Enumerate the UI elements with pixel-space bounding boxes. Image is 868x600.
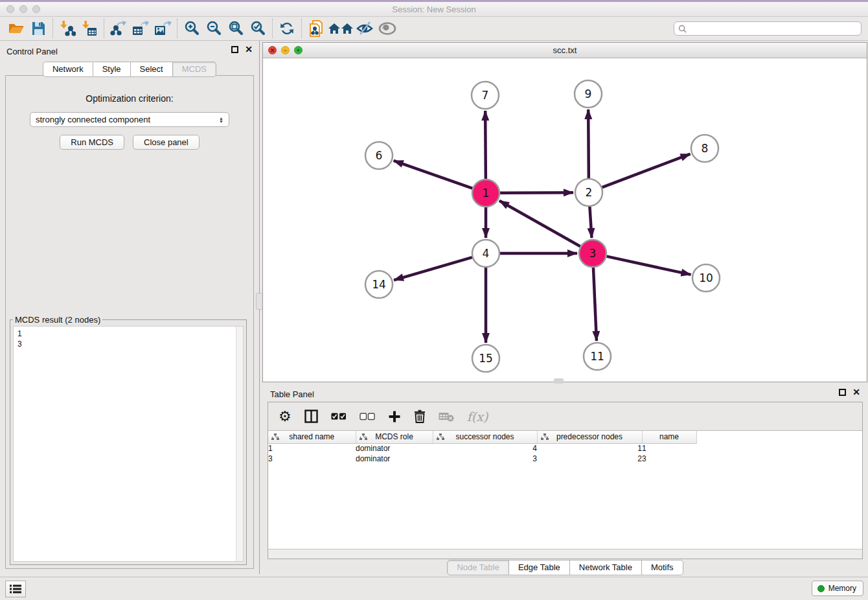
cell-shared-name[interactable]: 3	[268, 454, 356, 464]
split-columns-button[interactable]	[304, 410, 318, 423]
float-panel-icon[interactable]	[231, 46, 238, 53]
deselect-all-columns-button[interactable]	[360, 413, 375, 421]
hide-graphics-details-button[interactable]	[354, 19, 376, 38]
graph-edge-1-2[interactable]	[500, 192, 573, 193]
select-all-columns-button[interactable]	[331, 413, 347, 421]
graph-edge-2-9[interactable]	[588, 110, 589, 178]
graph-node-14[interactable]: 14	[365, 271, 393, 298]
zoom-selected-button[interactable]	[247, 19, 269, 38]
apply-layout-button[interactable]	[276, 19, 298, 38]
cell-name[interactable]: 3	[642, 454, 696, 464]
import-network-button[interactable]	[56, 19, 78, 38]
tab-mcds[interactable]: MCDS	[173, 62, 216, 77]
tab-select[interactable]: Select	[131, 62, 173, 77]
add-row-button[interactable]	[388, 410, 401, 423]
table-float-panel-icon[interactable]	[839, 389, 846, 396]
criterion-dropdown[interactable]: strongly connected component ▲▼	[30, 112, 229, 127]
delete-row-button[interactable]	[414, 410, 426, 423]
cell-successor-nodes[interactable]: 4	[433, 443, 537, 454]
function-builder-button[interactable]: f(x)	[467, 410, 488, 424]
export-network-button[interactable]	[108, 19, 130, 38]
node-table[interactable]: shared name MCDS role successor nodes pr…	[268, 431, 697, 464]
table-header-row: shared name MCDS role successor nodes pr…	[268, 431, 696, 443]
tab-style[interactable]: Style	[93, 62, 131, 77]
table-panel: Table Panel ✕ ⚙	[262, 386, 868, 575]
close-panel-button[interactable]: Close panel	[133, 135, 200, 150]
control-panel-header: Control Panel ✕	[0, 41, 259, 60]
export-table-button[interactable]	[130, 19, 152, 38]
open-folder-icon	[8, 21, 25, 36]
graph-edge-2-8[interactable]	[602, 154, 691, 188]
column-header-name[interactable]: name	[642, 431, 696, 443]
table-options-button[interactable]: ⚙	[279, 410, 291, 423]
graph-node-6[interactable]: 6	[365, 142, 393, 169]
column-header-mcds-role[interactable]: MCDS role	[356, 431, 433, 443]
memory-button[interactable]: Memory	[812, 581, 863, 596]
graph-node-2[interactable]: 2	[575, 179, 602, 206]
toolbar-separator	[301, 19, 302, 38]
birds-eye-view-button[interactable]	[376, 19, 398, 38]
graph-node-10[interactable]: 10	[692, 264, 720, 292]
graph-node-11[interactable]: 11	[584, 343, 611, 370]
graph-edge-3-10[interactable]	[606, 257, 691, 275]
import-table-button[interactable]	[78, 19, 100, 38]
column-header-successor-nodes[interactable]: successor nodes	[433, 431, 537, 443]
graph-node-1[interactable]: 1	[472, 179, 499, 207]
graph-node-9[interactable]: 9	[575, 80, 602, 108]
cell-mcds-role[interactable]: dominator	[356, 454, 433, 464]
zoom-fit-button[interactable]	[225, 19, 247, 38]
graph-edge-1-6[interactable]	[394, 161, 473, 189]
graph-node-15[interactable]: 15	[472, 345, 499, 372]
cell-mcds-role[interactable]: dominator	[356, 443, 433, 454]
result-scrollbar[interactable]	[236, 327, 243, 561]
mcds-result-textarea[interactable]: 1 3	[13, 326, 244, 562]
cell-predecessor-nodes[interactable]: 2	[537, 454, 642, 464]
column-header-predecessor-nodes[interactable]: predecessor nodes	[537, 431, 642, 443]
tab-network[interactable]: Network	[43, 62, 93, 77]
task-history-button[interactable]	[5, 581, 26, 597]
table-close-panel-icon[interactable]: ✕	[852, 389, 860, 396]
save-session-button[interactable]	[27, 19, 49, 38]
zoom-in-button[interactable]	[181, 19, 203, 38]
toolbar-separator	[177, 19, 177, 38]
delete-table-button[interactable]	[439, 411, 454, 422]
tab-motifs[interactable]: Motifs	[642, 560, 683, 575]
clone-network-button[interactable]	[305, 19, 327, 38]
graph-edge-3-1[interactable]	[499, 201, 580, 246]
graph-node-3[interactable]: 3	[579, 240, 606, 267]
run-mcds-button[interactable]: Run MCDS	[60, 135, 124, 150]
graph-edge-2-3[interactable]	[589, 207, 591, 238]
first-neighbors-button[interactable]	[327, 19, 354, 38]
graph-node-4[interactable]: 4	[472, 240, 499, 267]
network-window-titlebar[interactable]: ✕ − + scc.txt	[263, 43, 867, 58]
cell-successor-nodes[interactable]: 3	[433, 454, 537, 464]
table-row[interactable]: 1 dominator 4 1 1	[268, 443, 696, 454]
zoom-out-button[interactable]	[203, 19, 225, 38]
open-session-button[interactable]	[5, 19, 27, 38]
graph-node-8[interactable]: 8	[691, 135, 718, 162]
memory-status-icon	[817, 585, 825, 592]
horizontal-split-handle[interactable]	[554, 378, 564, 384]
network-graph[interactable]: 7968124314101511	[263, 58, 867, 382]
node-label: 11	[590, 350, 604, 363]
node-label: 1	[483, 187, 490, 200]
search-input[interactable]	[689, 24, 857, 33]
graph-node-7[interactable]: 7	[472, 82, 499, 109]
column-header-shared-name[interactable]: shared name	[268, 431, 356, 443]
graph-edge-3-11[interactable]	[593, 268, 597, 341]
graph-edge-1-7[interactable]	[485, 111, 486, 179]
tab-node-table[interactable]: Node Table	[447, 560, 509, 575]
tab-network-table[interactable]: Network Table	[570, 560, 642, 575]
graph-edge-4-14[interactable]	[394, 257, 472, 280]
export-image-button[interactable]	[152, 19, 174, 38]
search-field[interactable]	[674, 21, 862, 36]
table-row[interactable]: 3 dominator 3 2 3	[268, 454, 696, 464]
cell-predecessor-nodes[interactable]: 1	[537, 443, 642, 454]
close-panel-icon[interactable]: ✕	[245, 46, 253, 53]
export-image-icon	[154, 20, 172, 37]
table-horizontal-scrollbar[interactable]	[268, 549, 862, 559]
tab-edge-table[interactable]: Edge Table	[509, 560, 570, 575]
cell-name[interactable]: 1	[642, 443, 696, 454]
cell-shared-name[interactable]: 1	[268, 443, 356, 454]
network-canvas[interactable]: 7968124314101511	[263, 58, 867, 382]
